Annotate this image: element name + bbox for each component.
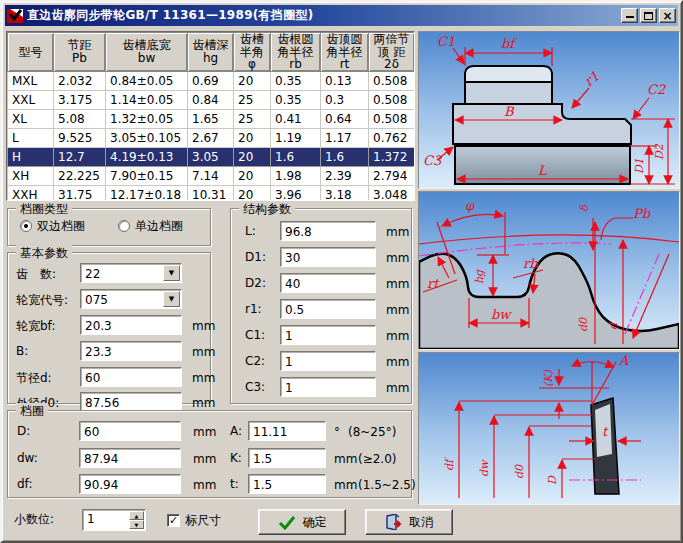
- pitch-diameter-input[interactable]: 60: [80, 367, 182, 387]
- table-cell[interactable]: 0.3: [321, 90, 369, 109]
- table-cell[interactable]: 3.18: [321, 185, 369, 201]
- table-cell[interactable]: 1.372: [369, 147, 415, 166]
- L-input[interactable]: 96.8: [280, 221, 376, 241]
- table-cell[interactable]: 25: [234, 90, 271, 109]
- C1-input[interactable]: 1: [280, 325, 376, 345]
- B-input[interactable]: 23.3: [80, 341, 182, 361]
- radio-single-flange[interactable]: 单边档圈: [118, 218, 183, 239]
- table-cell[interactable]: 7.14: [188, 166, 234, 185]
- table-cell[interactable]: 22.225: [54, 166, 106, 185]
- dw-input[interactable]: 87.94: [79, 448, 181, 468]
- table-cell[interactable]: 2.39: [321, 166, 369, 185]
- table-cell[interactable]: 20: [234, 185, 271, 201]
- table-row[interactable]: XXH31.7512.17±0.1810.31203.963.183.048: [8, 185, 415, 201]
- table-cell[interactable]: 1.19: [271, 128, 321, 147]
- stepper-down-button[interactable]: ▼: [129, 520, 144, 529]
- r1-input[interactable]: 0.5: [280, 299, 376, 319]
- table-cell[interactable]: 1.14±0.05: [106, 90, 188, 109]
- table-row[interactable]: XH22.2257.90±0.157.14201.982.392.794: [8, 166, 415, 185]
- table-cell[interactable]: 3.96: [271, 185, 321, 201]
- decimal-places-stepper[interactable]: 1 ▲ ▼: [82, 509, 146, 531]
- width-code-combobox[interactable]: 075▼: [80, 289, 182, 309]
- table-cell[interactable]: 25: [234, 109, 271, 128]
- wheel-width-input[interactable]: 20.3: [80, 315, 182, 335]
- table-cell[interactable]: 2.67: [188, 128, 234, 147]
- C2-input[interactable]: 1: [280, 351, 376, 371]
- table-row[interactable]: MXL2.0320.84±0.050.69200.350.130.508: [8, 71, 415, 90]
- table-cell[interactable]: 0.762: [369, 128, 415, 147]
- table-cell[interactable]: 20: [234, 166, 271, 185]
- field-label: L:: [245, 224, 256, 238]
- chevron-down-icon[interactable]: ▼: [163, 265, 180, 281]
- table-cell[interactable]: 5.08: [54, 109, 106, 128]
- table-cell[interactable]: 31.75: [54, 185, 106, 201]
- table-cell[interactable]: 9.525: [54, 128, 106, 147]
- field-label: D2:: [245, 276, 266, 290]
- table-row[interactable]: XL5.081.32±0.051.65250.410.640.508: [8, 109, 415, 128]
- table-cell[interactable]: 0.84: [188, 90, 234, 109]
- table-cell[interactable]: 0.64: [321, 109, 369, 128]
- K-input[interactable]: 1.5: [248, 448, 326, 468]
- table-cell[interactable]: 3.048: [369, 185, 415, 201]
- C3-input[interactable]: 1: [280, 377, 376, 397]
- minimize-button[interactable]: [621, 8, 638, 23]
- A-input[interactable]: 11.11: [248, 421, 326, 441]
- D2-input[interactable]: 40: [280, 273, 376, 293]
- table-cell[interactable]: 1.98: [271, 166, 321, 185]
- table-cell[interactable]: 0.13: [321, 71, 369, 90]
- mark-dimension-checkbox[interactable]: 标尺寸: [167, 512, 221, 529]
- table-cell[interactable]: 0.508: [369, 71, 415, 90]
- pulley-rim: [465, 82, 552, 104]
- table-cell[interactable]: 1.6: [271, 147, 321, 166]
- table-cell[interactable]: 3.175: [54, 90, 106, 109]
- table-cell[interactable]: 0.84±0.05: [106, 71, 188, 90]
- table-cell[interactable]: 20: [234, 147, 271, 166]
- cancel-button[interactable]: 取消: [365, 509, 453, 535]
- close-button[interactable]: ×: [659, 8, 676, 23]
- D1-input[interactable]: 30: [280, 247, 376, 267]
- table-cell[interactable]: 7.90±0.15: [106, 166, 188, 185]
- table-cell[interactable]: XXL: [8, 90, 54, 109]
- table-cell[interactable]: XL: [8, 109, 54, 128]
- table-row[interactable]: XXL3.1751.14±0.050.84250.350.30.508: [8, 90, 415, 109]
- table-cell[interactable]: 3.05±0.105: [106, 128, 188, 147]
- D-input[interactable]: 60: [79, 421, 181, 441]
- table-cell[interactable]: 0.69: [188, 71, 234, 90]
- table-row[interactable]: H12.74.19±0.133.05201.61.61.372: [8, 147, 415, 166]
- maximize-button[interactable]: [640, 8, 657, 23]
- table-cell[interactable]: 2.794: [369, 166, 415, 185]
- field-label: dw:: [17, 451, 38, 465]
- table-cell[interactable]: 0.508: [369, 109, 415, 128]
- table-cell[interactable]: 2.032: [54, 71, 106, 90]
- table-cell[interactable]: 1.65: [188, 109, 234, 128]
- table-row[interactable]: L9.5253.05±0.1052.67201.191.170.762: [8, 128, 415, 147]
- chevron-down-icon[interactable]: ▼: [163, 291, 180, 307]
- table-cell[interactable]: 0.508: [369, 90, 415, 109]
- radio-double-flange[interactable]: 双边档圈: [20, 218, 85, 239]
- stepper-up-button[interactable]: ▲: [129, 511, 144, 520]
- table-cell[interactable]: 1.17: [321, 128, 369, 147]
- df-input[interactable]: 90.94: [79, 474, 181, 494]
- table-cell[interactable]: XH: [8, 166, 54, 185]
- table-cell[interactable]: XXH: [8, 185, 54, 201]
- table-cell[interactable]: 0.41: [271, 109, 321, 128]
- table-cell[interactable]: 4.19±0.13: [106, 147, 188, 166]
- table-cell[interactable]: 1.6: [321, 147, 369, 166]
- t-input[interactable]: 1.5: [248, 474, 326, 494]
- table-cell[interactable]: H: [8, 147, 54, 166]
- table-cell[interactable]: 0.35: [271, 90, 321, 109]
- table-cell[interactable]: 12.17±0.18: [106, 185, 188, 201]
- outer-diameter-input[interactable]: 87.56: [80, 392, 182, 412]
- table-cell[interactable]: 0.35: [271, 71, 321, 90]
- table-cell[interactable]: 20: [234, 71, 271, 90]
- table-cell[interactable]: 10.31: [188, 185, 234, 201]
- table-cell[interactable]: 1.32±0.05: [106, 109, 188, 128]
- table-cell[interactable]: 3.05: [188, 147, 234, 166]
- table-cell[interactable]: L: [8, 128, 54, 147]
- table-cell[interactable]: MXL: [8, 71, 54, 90]
- table-cell[interactable]: 12.7: [54, 147, 106, 166]
- field-label: C3:: [245, 380, 265, 394]
- ok-button[interactable]: 确定: [258, 509, 346, 535]
- table-cell[interactable]: 20: [234, 128, 271, 147]
- teeth-count-combobox[interactable]: 22▼: [80, 263, 182, 283]
